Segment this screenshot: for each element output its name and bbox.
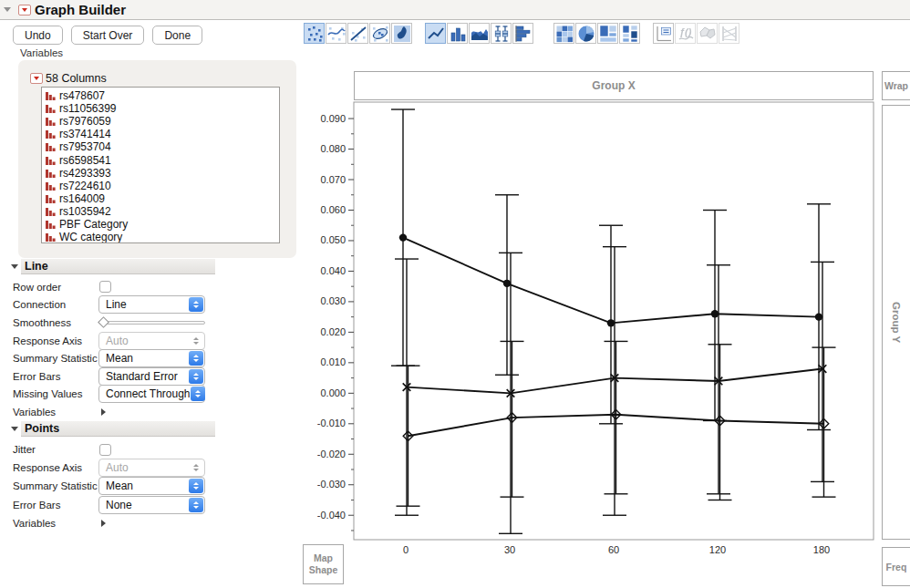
toolbar-icon-density-ellipse[interactable] <box>369 23 390 44</box>
series-circle-marker[interactable] <box>607 319 615 326</box>
points-row-summary-statistic: Summary StatisticMean <box>9 477 215 495</box>
toolbar-icon-area[interactable] <box>469 23 490 44</box>
heatmap-icon <box>555 25 574 43</box>
slider-thumb[interactable] <box>98 316 109 328</box>
column-name: rs3741414 <box>59 128 111 140</box>
stepper-icon <box>189 460 203 475</box>
toolbar-icon-box-plot[interactable] <box>491 23 512 44</box>
series-circle-marker[interactable] <box>815 313 822 320</box>
series-circle-marker[interactable] <box>503 280 511 287</box>
y-tick-label: -0.010 <box>317 418 346 428</box>
column-item[interactable]: rs1035942 <box>46 205 279 218</box>
connection-select[interactable]: Line <box>98 295 205 314</box>
toolbar-icon-parallel[interactable] <box>719 23 739 44</box>
response-axis-select[interactable]: Auto <box>98 332 205 350</box>
toolbar-icon-points[interactable] <box>304 23 325 44</box>
control-label: Error Bars <box>9 500 98 511</box>
icon-group-4: ƒ() <box>653 23 740 44</box>
variables-disclosure-icon[interactable] <box>101 520 106 527</box>
nominal-column-icon <box>46 156 56 165</box>
column-item[interactable]: rs4293393 <box>46 167 279 180</box>
y-tick-label: 0.070 <box>320 174 346 185</box>
points-section-header[interactable]: Points <box>9 421 215 437</box>
summary-statistic-select[interactable]: Mean <box>98 477 205 495</box>
histogram-icon <box>514 25 533 43</box>
error-bars-select[interactable]: None <box>98 496 205 514</box>
wrap-drop-zone[interactable]: Wrap <box>882 71 910 100</box>
x-tick-label: 120 <box>709 544 726 555</box>
freq-drop-zone[interactable]: Freq <box>882 547 910 586</box>
line-section-header[interactable]: Line <box>9 259 215 274</box>
y-tick-label: 0.010 <box>320 356 346 367</box>
group-y-drop-zone[interactable]: Group Y <box>882 105 910 540</box>
toolbar-icon-bar[interactable] <box>447 23 468 44</box>
line-icon <box>427 25 445 43</box>
start-over-button[interactable]: Start Over <box>71 26 145 45</box>
group-x-drop-zone[interactable]: Group X <box>354 71 874 100</box>
series-circle-marker[interactable] <box>399 233 407 241</box>
plot[interactable]: -0.040-0.030-0.020-0.0100.0000.0100.0200… <box>301 100 884 567</box>
response-axis-select[interactable]: Auto <box>98 459 205 477</box>
column-item[interactable]: rs7976059 <box>46 115 279 128</box>
x-tick-label: 60 <box>608 544 619 555</box>
map-shape-icon <box>698 25 717 43</box>
columns-red-triangle-button[interactable] <box>30 73 43 84</box>
toolbar-icon-smoother[interactable] <box>326 23 346 44</box>
points-row-response-axis: Response AxisAuto <box>9 459 215 477</box>
error-bars-select[interactable]: Standard Error <box>98 367 205 386</box>
jitter-checkbox[interactable] <box>99 444 111 456</box>
columns-count-label: 58 Columns <box>46 72 107 85</box>
svg-text:ƒ(): ƒ() <box>679 26 692 37</box>
toolbar-icon-map-shape[interactable] <box>697 23 718 44</box>
toolbar-icon-treemap[interactable] <box>597 23 618 44</box>
toolbar-icon-heatmap[interactable] <box>553 23 574 44</box>
done-button[interactable]: Done <box>152 26 202 45</box>
control-label: Smoothness <box>9 317 98 328</box>
red-triangle-menu-button[interactable] <box>18 5 31 15</box>
summary-statistic-select[interactable]: Mean <box>98 349 205 367</box>
toolbar-icon-caption-box[interactable] <box>653 23 674 44</box>
points-controls: JitterResponse AxisAutoSummary Statistic… <box>9 437 215 532</box>
columns-list[interactable]: rs478607rs11056399rs7976059rs3741414rs79… <box>41 87 280 243</box>
row-order-checkbox[interactable] <box>99 281 111 293</box>
control-label: Missing Values <box>9 388 98 399</box>
toolbar-icon-formula[interactable]: ƒ() <box>675 23 696 44</box>
page-title: Graph Builder <box>35 2 126 17</box>
toolbar-icon-pie[interactable] <box>575 23 596 44</box>
outline-collapse-icon[interactable] <box>4 7 11 12</box>
column-item[interactable]: rs3741414 <box>46 128 279 140</box>
selected-value: Mean <box>106 352 133 365</box>
column-item[interactable]: rs11056399 <box>46 102 279 115</box>
column-item[interactable]: rs478607 <box>46 89 279 102</box>
toolbar-icon-contour[interactable] <box>391 23 412 44</box>
column-item[interactable]: WC category <box>46 231 279 243</box>
variables-panel: 58 Columns rs478607rs11056399rs7976059rs… <box>18 60 296 258</box>
toolbar-icon-mosaic[interactable] <box>619 23 640 44</box>
column-name: rs7224610 <box>59 180 111 192</box>
column-item[interactable]: rs6598541 <box>46 153 279 166</box>
variables-disclosure-icon[interactable] <box>101 408 106 416</box>
series-circle-marker[interactable] <box>711 310 719 317</box>
control-label: Response Axis <box>9 462 98 473</box>
column-item[interactable]: rs7224610 <box>46 180 279 192</box>
selected-value: Line <box>106 298 127 311</box>
column-item[interactable]: rs7953704 <box>46 140 279 153</box>
undo-button[interactable]: Undo <box>13 26 63 45</box>
toolbar-icon-histogram[interactable] <box>512 23 533 44</box>
column-item[interactable]: PBF Category <box>46 218 279 231</box>
missing-values-select[interactable]: Connect Through <box>98 385 205 403</box>
smoother-icon <box>327 25 346 43</box>
nominal-column-icon <box>46 169 56 178</box>
nominal-column-icon <box>46 91 56 100</box>
toolbar-icon-line[interactable] <box>425 23 446 44</box>
control-label: Connection <box>9 299 98 310</box>
slider-track <box>98 321 205 325</box>
mosaic-icon <box>621 25 639 43</box>
column-item[interactable]: rs164009 <box>46 192 279 205</box>
smoothness-slider[interactable] <box>98 317 205 328</box>
line-row-variables: Variables <box>9 403 215 421</box>
toolbar-icon-line-of-fit[interactable] <box>347 23 368 44</box>
line-row-error-bars: Error BarsStandard Error <box>9 367 215 386</box>
y-tick-label: 0.000 <box>320 387 346 398</box>
control-label: Variables <box>9 407 98 418</box>
